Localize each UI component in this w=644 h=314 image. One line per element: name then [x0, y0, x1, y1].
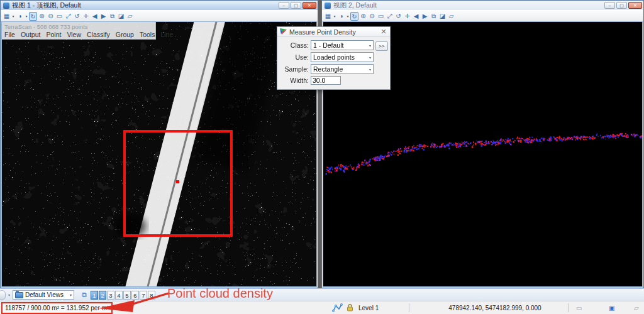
view-toggle-4[interactable]: 4 [115, 291, 123, 300]
terrascan-menu-point[interactable]: Point [46, 31, 61, 38]
view-group-label: Default Views [25, 291, 64, 298]
view-toggle-7[interactable]: 7 [140, 291, 147, 300]
rotate-view-icon[interactable]: ↺ [394, 12, 402, 21]
view-toggle-2[interactable]: 2 [99, 291, 106, 300]
terrascan-menu-output[interactable]: Output [21, 31, 41, 38]
pan-view-icon[interactable]: ✛ [403, 12, 411, 21]
view1-titlebar[interactable]: 视图 1 - 顶视图, Default –▢✕ [1, 1, 318, 10]
chevron-down-icon: ▾ [369, 55, 371, 60]
class-label: Class: [281, 41, 311, 49]
clip-mask-icon[interactable]: ▱ [447, 12, 455, 21]
density-sample-center-marker [176, 180, 179, 183]
clip-volume-icon[interactable]: ◪ [438, 12, 447, 21]
terrascan-menu-line[interactable]: Line [160, 31, 173, 38]
view-toggle-1[interactable]: 1 [91, 291, 98, 300]
view-display-mode-icon[interactable]: ▦ [324, 12, 332, 21]
view-toggle-8[interactable]: 8 [148, 291, 155, 300]
active-level-label[interactable]: Level 1 [358, 301, 379, 314]
close-button[interactable]: ✕ [303, 2, 316, 9]
dialog-title: Measure Point Density [289, 28, 356, 36]
toolbar-grip-handle[interactable] [0, 290, 6, 300]
rotate-view-icon[interactable]: ↺ [73, 12, 81, 21]
view-group-dropdown[interactable]: Default Views ▾ [13, 290, 74, 300]
width-input[interactable] [311, 76, 341, 85]
window-area-icon[interactable]: ▭ [377, 12, 385, 21]
status-bar: 118757 / 900.00 m² = 131.952 per m² Leve… [0, 301, 644, 314]
adjust-view-brightness-icon[interactable]: ◑ [337, 12, 345, 21]
minimize-button[interactable]: – [604, 2, 615, 9]
copy-view-icon[interactable]: ⧉ [108, 12, 116, 21]
zoom-in-icon[interactable]: ⊕ [38, 12, 46, 21]
use-select[interactable]: Loaded points ▾ [311, 52, 374, 62]
coordinates-readout: 478942.140, 5474182.999, 0.000 [448, 301, 542, 314]
view-previous-icon[interactable]: ◀ [412, 12, 420, 21]
terrascan-menu-file[interactable]: File [4, 31, 15, 38]
design-history-icon[interactable]: ▣ [609, 301, 614, 314]
view1-window: 视图 1 - 顶视图, Default –▢✕ ▦▾◑▾↻⊕⊖▭⤢↺✛◀▶⧉◪▱ [0, 0, 318, 288]
pan-view-icon[interactable]: ✛ [82, 12, 90, 21]
view-toggle-tabs: 12345678 [91, 291, 155, 300]
minimize-button[interactable]: – [279, 2, 289, 9]
terrascan-status-title: TerraScan - 508 068 733 points [2, 22, 155, 30]
view-toggle-5[interactable]: 5 [123, 291, 131, 300]
update-view-icon[interactable]: ↻ [350, 12, 358, 21]
close-icon[interactable]: ✕ [380, 28, 387, 36]
density-readout: 118757 / 900.00 m² = 131.952 per m² [1, 302, 113, 314]
chevron-down-icon[interactable]: ▾ [8, 293, 10, 297]
close-button[interactable]: ✕ [628, 2, 642, 9]
terrascan-menu-group[interactable]: Group [116, 31, 134, 38]
fit-view-icon[interactable]: ⤢ [64, 12, 72, 21]
window-area-icon[interactable]: ▭ [55, 12, 64, 21]
fence-status-icon[interactable]: ▭ [576, 301, 582, 314]
fit-view-icon[interactable]: ⤢ [386, 12, 394, 21]
view-previous-icon[interactable]: ◀ [91, 12, 99, 21]
clip-mask-icon[interactable]: ▱ [126, 12, 134, 21]
terrascan-panel: TerraScan - 508 068 733 points FileOutpu… [2, 22, 156, 40]
chevron-down-icon: ▾ [369, 67, 371, 72]
view2-titlebar[interactable]: 视图 2, Default –▢✕ [322, 1, 643, 10]
zoom-out-icon[interactable]: ⊖ [47, 12, 55, 21]
manage-view-groups-icon[interactable]: ⧉ [82, 291, 87, 299]
view-toggle-3[interactable]: 3 [107, 291, 114, 300]
view-toggle-6[interactable]: 6 [131, 291, 139, 300]
view-window-icon [325, 3, 331, 9]
zoom-out-icon[interactable]: ⊖ [368, 12, 376, 21]
restore-button[interactable]: ▢ [291, 2, 301, 9]
view-groups-bar: ▾ Default Views ▾ ⧉ 12345678 [0, 288, 644, 301]
view1-content-topview[interactable]: TerraScan - 508 068 733 points FileOutpu… [1, 21, 317, 287]
terrascan-menu-classify[interactable]: Classify [87, 31, 110, 38]
update-view-icon[interactable]: ↻ [29, 12, 37, 21]
zoom-in-icon[interactable]: ⊕ [359, 12, 367, 21]
sample-label: Sample: [281, 65, 311, 73]
width-label: Width: [281, 77, 311, 84]
dialog-titlebar[interactable]: Measure Point Density ✕ [277, 27, 390, 37]
view1-title: 视图 1 - 顶视图, Default [12, 1, 81, 10]
view-next-icon[interactable]: ▶ [99, 12, 108, 21]
chevron-down-icon: ▾ [369, 43, 371, 48]
adjust-view-brightness-icon[interactable]: ◑ [16, 12, 24, 21]
terrascan-menubar: FileOutputPointViewClassifyGroupToolsLin… [2, 30, 155, 38]
chevron-down-icon[interactable]: ▾ [11, 12, 15, 21]
dgn-work-mode-icon[interactable]: ▱ [634, 301, 639, 314]
lock-icon[interactable] [347, 301, 353, 314]
sample-select[interactable]: Rectangle ▾ [311, 64, 374, 74]
terrascan-menu-tools[interactable]: Tools [140, 31, 155, 38]
view-window-icon [3, 3, 9, 9]
view1-toolbar: ▦▾◑▾↻⊕⊖▭⤢↺✛◀▶⧉◪▱ [1, 10, 318, 22]
chevron-down-icon[interactable]: ▾ [25, 12, 28, 21]
clip-volume-icon[interactable]: ◪ [117, 12, 125, 21]
copy-view-icon[interactable]: ⧉ [430, 12, 438, 21]
view2-toolbar: ▦▾◑▾↻⊕⊖▭⤢↺✛◀▶⧉◪▱ [322, 10, 643, 22]
class-select[interactable]: 1 - Default ▾ [311, 40, 374, 50]
restore-button[interactable]: ▢ [616, 2, 627, 9]
use-label: Use: [281, 53, 311, 61]
chevron-down-icon[interactable]: ▾ [333, 12, 336, 21]
expand-dialog-button[interactable]: >> [375, 41, 388, 51]
chevron-down-icon[interactable]: ▾ [346, 12, 350, 21]
view-display-mode-icon[interactable]: ▦ [3, 12, 11, 21]
smartline-tool-icon [332, 301, 343, 314]
density-sample-rectangle [123, 130, 233, 237]
terrascan-menu-view[interactable]: View [67, 31, 81, 38]
measure-point-density-dialog: Measure Point Density ✕ Class: 1 - Defau… [277, 26, 391, 90]
view-next-icon[interactable]: ▶ [421, 12, 429, 21]
